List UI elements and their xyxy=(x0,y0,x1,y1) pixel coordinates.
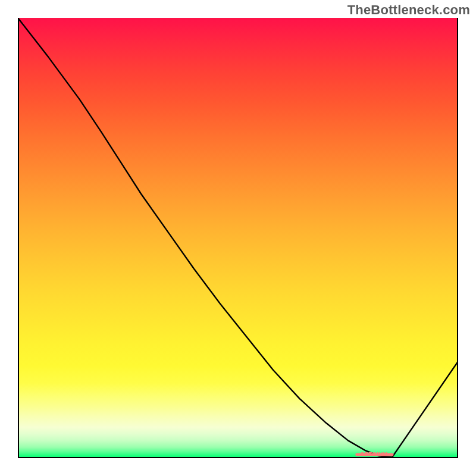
chart-svg xyxy=(18,18,458,458)
figure-root: TheBottleneck.com OPTIMUM xyxy=(0,0,476,476)
bottleneck-curve xyxy=(18,18,458,458)
watermark-text: TheBottleneck.com xyxy=(347,2,470,18)
